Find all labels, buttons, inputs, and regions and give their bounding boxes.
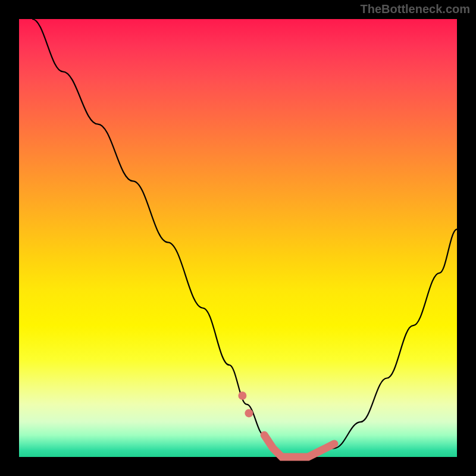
chart-plot-area [19, 19, 457, 457]
watermark-text: TheBottleneck.com [361, 2, 470, 16]
optimal-band-highlight [264, 435, 334, 457]
bottleneck-curve-line [32, 19, 457, 457]
curve-marker-dot [238, 392, 246, 400]
chart-svg [19, 19, 457, 457]
curve-marker-dot [245, 409, 253, 417]
